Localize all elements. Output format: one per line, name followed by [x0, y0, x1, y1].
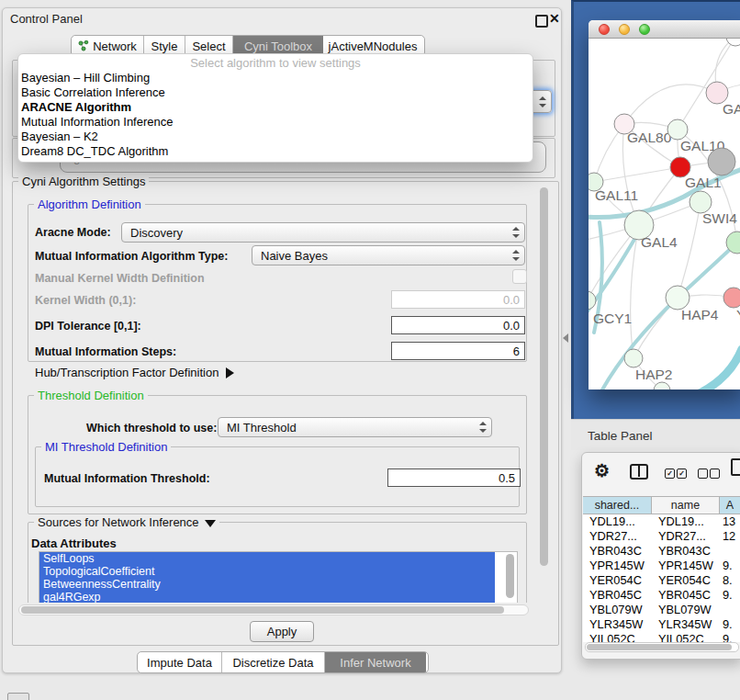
table-cell: YBR043C [583, 544, 652, 559]
collapse-arrow-icon [205, 520, 216, 527]
dropdown-item[interactable]: Bayesian – Hill Climbing [18, 71, 533, 85]
network-node[interactable] [654, 382, 670, 390]
network-node-label: GCY1 [593, 310, 632, 326]
select-all-icon[interactable]: ✓ [665, 469, 675, 479]
manual-kernel-width-checkbox[interactable] [512, 269, 527, 284]
column-header-shared-[interactable]: shared... [583, 496, 652, 514]
which-threshold-combobox[interactable]: MI Threshold [218, 417, 492, 437]
network-node-gal10[interactable] [667, 119, 688, 140]
network-edge[interactable] [594, 167, 680, 182]
dropdown-item[interactable]: Dream8 DC_TDC Algorithm [18, 144, 533, 159]
network-node-label: HAP4 [681, 307, 719, 322]
network-node-label: GAL4 [641, 234, 678, 250]
table-cell: YBR045C [583, 588, 652, 603]
select-all-icon[interactable]: ✓ [677, 469, 687, 479]
table-row[interactable]: YLR345WYLR345W9. [583, 617, 740, 632]
mi-algorithm-type-combobox[interactable]: Naive Bayes [252, 245, 525, 265]
zoom-window-icon[interactable] [639, 24, 650, 35]
table-cell: 12 [720, 529, 740, 544]
splitpane-collapse-icon[interactable] [563, 333, 568, 343]
table-row[interactable]: YDL19...YDL19...13 [583, 514, 740, 529]
float-window-icon[interactable] [535, 15, 548, 28]
clear-selection-icon[interactable] [698, 469, 708, 479]
network-node-label: SWI4 [702, 210, 737, 226]
cyni-algorithm-settings-group: Cyni Algorithm Settings Algorithm Defini… [12, 181, 559, 646]
sources-group-title[interactable]: Sources for Network Inference [34, 515, 219, 529]
network-node[interactable] [708, 148, 735, 175]
dropdown-item[interactable]: Mutual Information Inference [18, 115, 533, 130]
network-window-titlebar[interactable] [589, 20, 740, 39]
table-horizontal-scrollbar[interactable] [585, 642, 739, 652]
mi-steps-field[interactable]: 6 [391, 342, 525, 360]
columns-icon[interactable] [630, 464, 648, 480]
settings-vertical-scrollbar[interactable] [539, 186, 550, 604]
clear-selection-icon[interactable] [710, 469, 720, 479]
table-row[interactable]: YER054CYER054C8. [583, 573, 740, 588]
dropdown-item[interactable]: Bayesian – K2 [18, 130, 533, 144]
table-cell: YER054C [583, 573, 652, 588]
attribute-list-item[interactable]: gal4RGexp [39, 591, 495, 603]
network-node-hap2[interactable] [624, 349, 643, 367]
network-node-label: HAP2 [635, 367, 673, 382]
attribute-list-item[interactable]: TopologicalCoefficient [39, 565, 495, 578]
tab-infer-network[interactable]: Infer Network [325, 652, 426, 672]
data-attributes-list[interactable]: SelfLoopsTopologicalCoefficientBetweenne… [39, 551, 518, 603]
minimized-panel-icon[interactable] [7, 693, 29, 700]
tab-impute-data[interactable]: Impute Data [138, 652, 222, 672]
table-body[interactable]: YDL19...YDL19...13YDR27...YDR27...12YBR0… [583, 514, 740, 642]
table-row[interactable]: YPR145WYPR145W9. [583, 559, 740, 573]
table-cell: YPR145W [583, 559, 652, 573]
table-cell: YDR27... [583, 529, 652, 544]
attributes-scrollbar[interactable] [505, 554, 515, 600]
network-view-area: GALGAL80GAL10GAL1GAL11SWI4GAL4GCY1HAP4YH… [571, 0, 740, 419]
network-edge-highlighted[interactable] [691, 349, 740, 390]
hub-definition-expander[interactable]: Hub/Transcription Factor Definition [35, 366, 234, 379]
column-header-a[interactable]: A [720, 496, 740, 514]
table-cell [720, 544, 740, 559]
settings-horizontal-scrollbar[interactable] [18, 604, 529, 615]
mi-algorithm-type-value: Naive Bayes [261, 249, 328, 263]
mi-threshold-field[interactable]: 0.5 [387, 469, 521, 487]
kernel-width-field[interactable]: 0.0 [391, 290, 525, 309]
close-window-icon[interactable] [599, 24, 610, 35]
attribute-list-item[interactable]: BetweennessCentrality [39, 578, 495, 591]
table-row[interactable]: YIL052CYIL052C9. [583, 632, 740, 642]
table-cell: 9. [720, 632, 740, 642]
tab-discretize-data[interactable]: Discretize Data [222, 652, 325, 672]
gear-icon[interactable]: ⚙ [594, 460, 610, 481]
tab-label: Select [192, 40, 225, 53]
network-edge[interactable] [678, 202, 701, 298]
table-row[interactable]: YBR045CYBR045C9. [583, 588, 740, 603]
minimize-window-icon[interactable] [619, 24, 630, 35]
tab-label: Network [93, 40, 137, 53]
network-node-gcy1[interactable] [589, 291, 596, 310]
apply-button[interactable]: Apply [250, 621, 314, 642]
dropdown-item[interactable]: ARACNE Algorithm [18, 100, 533, 115]
network-node-y[interactable] [723, 288, 740, 308]
dpi-tolerance-field[interactable]: 0.0 [391, 316, 525, 334]
table-row[interactable]: YBL079WYBL079W [583, 603, 740, 617]
table-cell: YLR345W [583, 617, 652, 632]
table-cell: YIL052C [583, 632, 652, 642]
network-window[interactable]: GALGAL80GAL10GAL1GAL11SWI4GAL4GCY1HAP4YH… [589, 20, 740, 390]
screen: Control Panel ✕ NetworkStyleSelectCyni T… [0, 0, 740, 700]
combo-spinner-icon [538, 96, 546, 107]
network-canvas[interactable]: GALGAL80GAL10GAL1GAL11SWI4GAL4GCY1HAP4YH… [589, 39, 740, 390]
network-edge[interactable] [624, 85, 717, 124]
tab-label: Style [151, 40, 178, 53]
export-table-icon[interactable] [731, 458, 740, 476]
column-header-name[interactable]: name [652, 496, 720, 514]
attribute-list-item[interactable]: SelfLoops [39, 552, 495, 565]
table-cell [720, 603, 740, 617]
table-row[interactable]: YBR043CYBR043C [583, 544, 740, 559]
dropdown-item[interactable]: Basic Correlation Inference [18, 85, 533, 100]
aracne-mode-combobox[interactable]: Discovery [121, 222, 525, 243]
table-header-row[interactable]: shared...nameA [583, 496, 740, 514]
network-node[interactable] [726, 39, 740, 46]
table-row[interactable]: YDR27...YDR27...12 [583, 529, 740, 544]
table-cell: YDL19... [583, 514, 652, 529]
network-icon [78, 40, 89, 51]
expander-arrow-icon [226, 367, 234, 378]
mi-threshold-label: Mutual Information Threshold: [44, 472, 210, 485]
close-panel-icon[interactable]: ✕ [549, 11, 560, 26]
